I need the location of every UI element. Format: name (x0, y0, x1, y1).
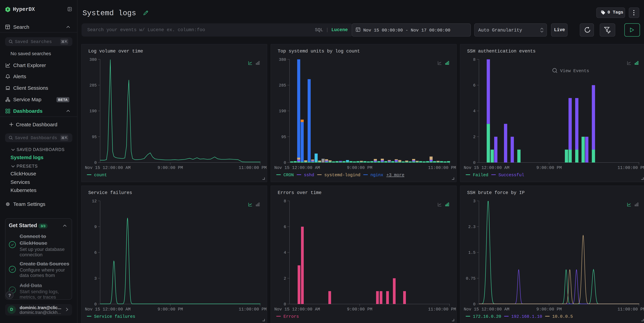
svg-text:0: 0 (473, 302, 476, 306)
svg-text:0: 0 (473, 160, 476, 165)
svg-text:0: 0 (94, 160, 97, 165)
svg-text:4: 4 (473, 109, 476, 113)
svg-text:3: 3 (473, 199, 476, 203)
svg-text:nginx: nginx (370, 173, 383, 178)
svg-text:6: 6 (473, 83, 476, 88)
svg-text:190: 190 (279, 109, 286, 113)
svg-text:Nov 15 12:00:00 AM: Nov 15 12:00:00 AM (85, 307, 130, 312)
svg-text:Failed: Failed (473, 173, 488, 178)
svg-text:190: 190 (90, 109, 97, 113)
svg-text:1.5: 1.5 (468, 250, 476, 255)
svg-text:172.16.0.20: 172.16.0.20 (473, 314, 501, 319)
svg-text:4: 4 (284, 250, 286, 255)
svg-text:11:00:00 PM: 11:00:00 PM (238, 307, 266, 312)
svg-text:380: 380 (279, 57, 286, 62)
svg-text:Service failures: Service failures (94, 314, 135, 319)
svg-text:Log volume over time: Log volume over time (88, 49, 143, 54)
svg-text:285: 285 (279, 83, 286, 88)
svg-text:Nov 15 12:00:00 AM: Nov 15 12:00:00 AM (464, 307, 510, 312)
svg-text:0: 0 (284, 302, 286, 306)
svg-text:95: 95 (281, 135, 286, 139)
svg-text:Top systemd units by log count: Top systemd units by log count (278, 49, 360, 54)
svg-text:Errors: Errors (284, 314, 299, 319)
svg-text:8: 8 (284, 199, 286, 203)
svg-text:6: 6 (284, 225, 286, 229)
svg-text:Errors over time: Errors over time (278, 190, 322, 195)
svg-text:SSH brute force by IP: SSH brute force by IP (467, 190, 524, 195)
svg-text:sshd: sshd (304, 173, 314, 178)
svg-text:6: 6 (94, 250, 97, 255)
svg-text:count: count (94, 173, 107, 178)
svg-text:10.0.0.5: 10.0.0.5 (552, 314, 573, 319)
svg-text:9:00:00 PM: 9:00:00 PM (536, 165, 562, 170)
svg-text:12: 12 (92, 199, 97, 203)
svg-text:0: 0 (94, 302, 97, 306)
svg-text:View Events: View Events (560, 68, 589, 74)
svg-text:+3 more: +3 more (386, 173, 404, 178)
svg-text:Service failures: Service failures (88, 190, 132, 195)
svg-text:11:00:00 PM: 11:00:00 PM (428, 165, 456, 170)
svg-text:3: 3 (94, 276, 97, 281)
svg-text:9:00:00 PM: 9:00:00 PM (158, 307, 183, 312)
svg-text:95: 95 (92, 135, 97, 139)
svg-text:192.168.1.10: 192.168.1.10 (511, 314, 542, 319)
svg-text:9:00:00 PM: 9:00:00 PM (347, 165, 372, 170)
svg-text:Nov 15 12:00:00 AM: Nov 15 12:00:00 AM (274, 307, 320, 312)
svg-text:9:00:00 PM: 9:00:00 PM (536, 307, 562, 312)
svg-text:9:00:00 PM: 9:00:00 PM (347, 307, 372, 312)
svg-text:380: 380 (90, 57, 97, 62)
svg-text:2: 2 (473, 135, 476, 139)
svg-text:11:00:00 PM: 11:00:00 PM (428, 307, 456, 312)
svg-text:8: 8 (473, 57, 476, 62)
svg-text:11:00:00 PM: 11:00:00 PM (618, 165, 644, 170)
svg-text:0: 0 (284, 160, 286, 165)
svg-text:Successful: Successful (498, 173, 524, 178)
svg-text:SSH authentication events: SSH authentication events (467, 49, 536, 54)
svg-text:9:00:00 PM: 9:00:00 PM (158, 165, 183, 170)
svg-text:Nov 15 12:00:00 AM: Nov 15 12:00:00 AM (274, 165, 320, 170)
svg-text:285: 285 (90, 83, 97, 88)
svg-text:11:00:00 PM: 11:00:00 PM (618, 307, 644, 312)
svg-text:systemd-logind: systemd-logind (324, 173, 360, 178)
svg-text:CRON: CRON (284, 173, 294, 178)
svg-text:9: 9 (94, 225, 97, 229)
svg-text:11:00:00 PM: 11:00:00 PM (238, 165, 266, 170)
svg-text:Nov 15 12:00:00 AM: Nov 15 12:00:00 AM (85, 165, 130, 170)
svg-text:0.75: 0.75 (466, 276, 476, 281)
svg-text:2.3: 2.3 (468, 225, 476, 229)
svg-text:2: 2 (284, 276, 286, 281)
svg-text:Nov 15 12:00:00 AM: Nov 15 12:00:00 AM (464, 165, 510, 170)
